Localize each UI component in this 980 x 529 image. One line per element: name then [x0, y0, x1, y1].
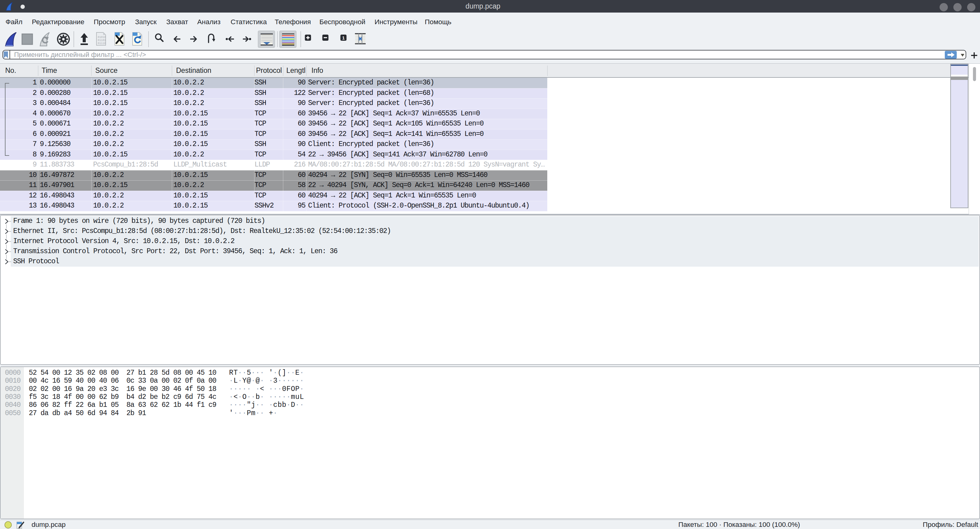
svg-text:1: 1	[342, 35, 345, 40]
svg-text:01110: 01110	[98, 42, 106, 45]
svg-text:01010: 01010	[98, 36, 106, 39]
svg-text:01101: 01101	[98, 39, 106, 42]
